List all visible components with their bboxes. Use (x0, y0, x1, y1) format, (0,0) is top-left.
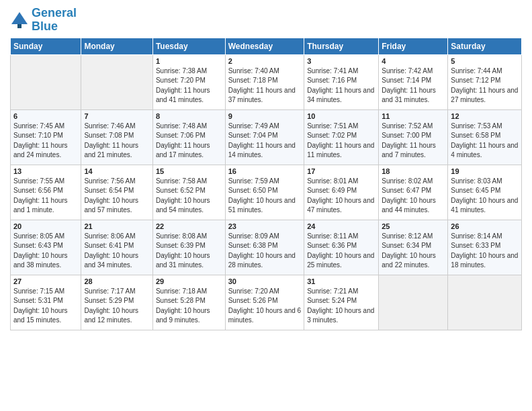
day-number: 28 (84, 277, 149, 285)
day-info: Sunrise: 7:45 AMSunset: 7:10 PMDaylight:… (13, 122, 78, 161)
day-info: Sunrise: 8:01 AMSunset: 6:49 PMDaylight:… (307, 177, 375, 216)
week-row-3: 13Sunrise: 7:55 AMSunset: 6:56 PMDayligh… (11, 165, 522, 220)
day-cell: 23Sunrise: 8:09 AMSunset: 6:38 PMDayligh… (225, 220, 304, 275)
header-saturday: Saturday (448, 38, 522, 54)
logo-icon (10, 11, 29, 30)
day-number: 24 (307, 222, 375, 230)
day-number: 11 (382, 112, 445, 120)
day-number: 21 (84, 222, 149, 230)
day-info: Sunrise: 7:21 AMSunset: 5:24 PMDaylight:… (307, 287, 375, 326)
header-monday: Monday (81, 38, 152, 54)
day-cell: 1Sunrise: 7:38 AMSunset: 7:20 PMDaylight… (152, 54, 225, 109)
day-info: Sunrise: 7:49 AMSunset: 7:04 PMDaylight:… (228, 122, 302, 161)
day-cell: 18Sunrise: 8:02 AMSunset: 6:47 PMDayligh… (379, 165, 448, 220)
day-info: Sunrise: 7:52 AMSunset: 7:00 PMDaylight:… (382, 122, 445, 161)
day-info: Sunrise: 7:38 AMSunset: 7:20 PMDaylight:… (156, 66, 222, 105)
day-info: Sunrise: 7:15 AMSunset: 5:31 PMDaylight:… (13, 287, 78, 326)
svg-rect-1 (17, 24, 21, 28)
day-info: Sunrise: 7:48 AMSunset: 7:06 PMDaylight:… (156, 122, 222, 161)
day-number: 13 (13, 167, 78, 175)
day-info: Sunrise: 7:46 AMSunset: 7:08 PMDaylight:… (84, 122, 149, 161)
day-number: 17 (307, 167, 375, 175)
day-cell: 30Sunrise: 7:20 AMSunset: 5:26 PMDayligh… (225, 275, 304, 330)
day-cell: 10Sunrise: 7:51 AMSunset: 7:02 PMDayligh… (304, 109, 379, 165)
day-cell: 9Sunrise: 7:49 AMSunset: 7:04 PMDaylight… (225, 109, 304, 165)
day-number: 23 (228, 222, 302, 230)
day-cell: 4Sunrise: 7:42 AMSunset: 7:14 PMDaylight… (379, 54, 448, 109)
calendar-table: SundayMondayTuesdayWednesdayThursdayFrid… (10, 38, 522, 330)
day-info: Sunrise: 7:20 AMSunset: 5:26 PMDaylight:… (228, 287, 302, 326)
day-cell (81, 54, 152, 109)
day-cell: 28Sunrise: 7:17 AMSunset: 5:29 PMDayligh… (81, 275, 152, 330)
day-info: Sunrise: 7:17 AMSunset: 5:29 PMDaylight:… (84, 287, 149, 326)
header-sunday: Sunday (11, 38, 81, 54)
day-info: Sunrise: 8:12 AMSunset: 6:34 PMDaylight:… (382, 232, 445, 271)
day-cell: 24Sunrise: 8:11 AMSunset: 6:36 PMDayligh… (304, 220, 379, 275)
day-number: 19 (451, 167, 519, 175)
day-cell: 5Sunrise: 7:44 AMSunset: 7:12 PMDaylight… (448, 54, 522, 109)
day-info: Sunrise: 8:06 AMSunset: 6:41 PMDaylight:… (84, 232, 149, 271)
day-cell: 3Sunrise: 7:41 AMSunset: 7:16 PMDaylight… (304, 54, 379, 109)
day-info: Sunrise: 8:09 AMSunset: 6:38 PMDaylight:… (228, 232, 302, 271)
day-number: 27 (13, 277, 78, 285)
day-cell: 8Sunrise: 7:48 AMSunset: 7:06 PMDaylight… (152, 109, 225, 165)
day-info: Sunrise: 7:41 AMSunset: 7:16 PMDaylight:… (307, 66, 375, 105)
logo: General Blue (10, 7, 77, 34)
day-number: 25 (382, 222, 445, 230)
day-number: 20 (13, 222, 78, 230)
day-number: 14 (84, 167, 149, 175)
week-row-1: 1Sunrise: 7:38 AMSunset: 7:20 PMDaylight… (11, 54, 522, 109)
day-number: 3 (307, 57, 375, 65)
day-cell: 15Sunrise: 7:58 AMSunset: 6:52 PMDayligh… (152, 165, 225, 220)
day-info: Sunrise: 8:03 AMSunset: 6:45 PMDaylight:… (451, 177, 519, 216)
logo-blue: Blue (32, 19, 58, 33)
day-info: Sunrise: 7:53 AMSunset: 6:58 PMDaylight:… (451, 122, 519, 161)
day-info: Sunrise: 7:18 AMSunset: 5:28 PMDaylight:… (156, 287, 222, 326)
svg-marker-0 (11, 12, 28, 24)
day-number: 30 (228, 277, 302, 285)
day-info: Sunrise: 7:42 AMSunset: 7:14 PMDaylight:… (382, 66, 445, 105)
header-wednesday: Wednesday (225, 38, 304, 54)
day-info: Sunrise: 7:56 AMSunset: 6:54 PMDaylight:… (84, 177, 149, 216)
day-number: 5 (451, 57, 519, 65)
day-number: 22 (156, 222, 222, 230)
day-cell: 12Sunrise: 7:53 AMSunset: 6:58 PMDayligh… (448, 109, 522, 165)
day-number: 10 (307, 112, 375, 120)
day-number: 15 (156, 167, 222, 175)
day-cell: 22Sunrise: 8:08 AMSunset: 6:39 PMDayligh… (152, 220, 225, 275)
day-cell: 17Sunrise: 8:01 AMSunset: 6:49 PMDayligh… (304, 165, 379, 220)
day-number: 12 (451, 112, 519, 120)
logo-text: General Blue (32, 7, 77, 34)
day-cell: 21Sunrise: 8:06 AMSunset: 6:41 PMDayligh… (81, 220, 152, 275)
day-number: 7 (84, 112, 149, 120)
day-info: Sunrise: 7:40 AMSunset: 7:18 PMDaylight:… (228, 66, 302, 105)
day-number: 29 (156, 277, 222, 285)
day-info: Sunrise: 7:44 AMSunset: 7:12 PMDaylight:… (451, 66, 519, 105)
header-thursday: Thursday (304, 38, 379, 54)
day-cell (11, 54, 81, 109)
day-number: 31 (307, 277, 375, 285)
day-number: 8 (156, 112, 222, 120)
day-cell: 2Sunrise: 7:40 AMSunset: 7:18 PMDaylight… (225, 54, 304, 109)
day-cell: 6Sunrise: 7:45 AMSunset: 7:10 PMDaylight… (11, 109, 81, 165)
day-cell: 16Sunrise: 7:59 AMSunset: 6:50 PMDayligh… (225, 165, 304, 220)
day-info: Sunrise: 8:05 AMSunset: 6:43 PMDaylight:… (13, 232, 78, 271)
day-cell: 29Sunrise: 7:18 AMSunset: 5:28 PMDayligh… (152, 275, 225, 330)
day-number: 2 (228, 57, 302, 65)
day-info: Sunrise: 8:02 AMSunset: 6:47 PMDaylight:… (382, 177, 445, 216)
day-number: 4 (382, 57, 445, 65)
day-cell: 19Sunrise: 8:03 AMSunset: 6:45 PMDayligh… (448, 165, 522, 220)
logo-general: General (32, 6, 77, 19)
day-cell: 27Sunrise: 7:15 AMSunset: 5:31 PMDayligh… (11, 275, 81, 330)
day-number: 16 (228, 167, 302, 175)
header-tuesday: Tuesday (152, 38, 225, 54)
header: General Blue (10, 7, 522, 34)
week-row-2: 6Sunrise: 7:45 AMSunset: 7:10 PMDaylight… (11, 109, 522, 165)
page: General Blue SundayMondayTuesdayWednesda… (0, 0, 532, 411)
day-cell: 20Sunrise: 8:05 AMSunset: 6:43 PMDayligh… (11, 220, 81, 275)
day-info: Sunrise: 8:14 AMSunset: 6:33 PMDaylight:… (451, 232, 519, 271)
day-cell (448, 275, 522, 330)
day-info: Sunrise: 7:51 AMSunset: 7:02 PMDaylight:… (307, 122, 375, 161)
week-row-4: 20Sunrise: 8:05 AMSunset: 6:43 PMDayligh… (11, 220, 522, 275)
day-number: 6 (13, 112, 78, 120)
